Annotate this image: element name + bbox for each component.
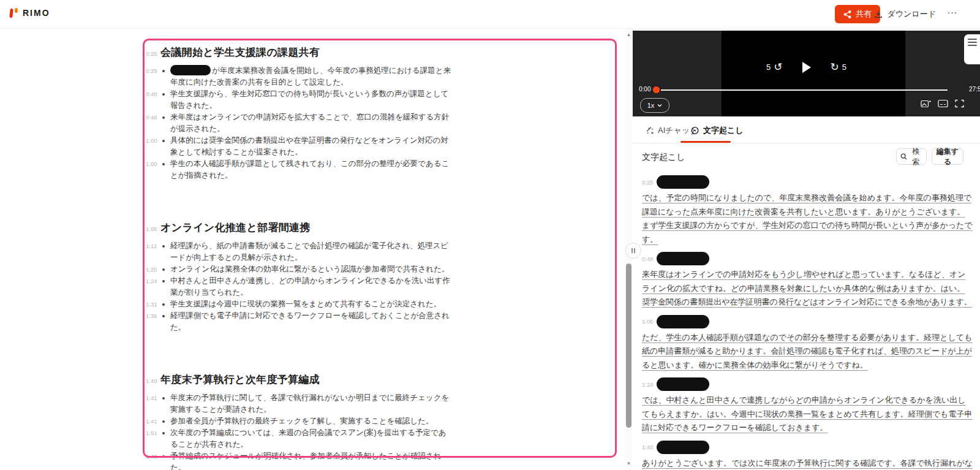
- download-label: ダウンロード: [887, 9, 936, 20]
- bullet-timestamp[interactable]: 1:00: [146, 135, 160, 146]
- bullet-dot-icon: [162, 116, 165, 119]
- minutes-panel-toggle[interactable]: [964, 34, 980, 64]
- bullet-dot-icon: [162, 397, 165, 400]
- bullet-timestamp[interactable]: 1:12: [146, 240, 160, 252]
- bullet-text: 予算編成のスケジュールが明確化され、参加者全員が承知したことが確認された。: [170, 450, 453, 470]
- transcript-text[interactable]: ありがとうございます。では次に年度末の予算執行に関する確認です。各課で執行漏れが…: [642, 457, 973, 470]
- section-heading-row: 1:06オンライン化推進と部署間連携: [146, 221, 611, 235]
- more-menu-button[interactable]: …: [943, 4, 962, 17]
- redacted-speaker-name: [657, 175, 709, 189]
- bullet-dot-icon: [162, 432, 165, 434]
- summary-bullet: 0:48来年度はオンラインでの申請対応を拡大することで、窓口の混雑を緩和する方針…: [146, 112, 611, 135]
- transcript-timestamp[interactable]: 0:48: [642, 256, 654, 262]
- bullet-timestamp[interactable]: 0:29: [146, 65, 160, 77]
- fullscreen-button[interactable]: [955, 99, 964, 108]
- bullet-timestamp[interactable]: 1:24: [146, 275, 160, 287]
- transcript-timestamp[interactable]: 1:06: [642, 318, 654, 325]
- bullet-timestamp[interactable]: 0:40: [146, 88, 160, 100]
- bullet-timestamp[interactable]: 0:48: [146, 112, 160, 123]
- transcript-edit-button[interactable]: 編集する: [932, 148, 963, 165]
- bullet-timestamp[interactable]: 1:41: [146, 415, 160, 427]
- transcript-search-button[interactable]: 検索: [896, 148, 927, 165]
- bullet-timestamp[interactable]: 1:51: [146, 427, 160, 439]
- transcript-header: 文字起こし 検索 編集する: [633, 148, 980, 167]
- transcript-text[interactable]: ただ、学生の本人確認手順が課題なのでその部分を整理する必要があります。経理として…: [642, 331, 973, 373]
- transcript-entry-header: 1:40: [642, 441, 976, 454]
- right-panel: 5↺ ↻5 0:00 27:5 1x: [633, 28, 980, 470]
- bullet-dot-icon: [162, 420, 165, 423]
- transcript-text[interactable]: では、中村さんと田中さんで連携しながらどの申請からオンライン化できるかを洗い出し…: [642, 393, 973, 435]
- bullet-dot-icon: [162, 93, 165, 96]
- progress-handle[interactable]: [653, 86, 660, 93]
- active-tab-underline: [680, 141, 731, 143]
- video-player[interactable]: 5↺ ↻5 0:00 27:5 1x: [633, 31, 980, 116]
- summary-section: 0:25会議開始と学生支援課の課題共有0:29が年度末業務改善会議を開始し、今年…: [146, 45, 611, 181]
- bullet-timestamp[interactable]: 1:31: [146, 298, 160, 310]
- bullet-timestamp[interactable]: 1:49: [146, 450, 160, 462]
- bullet-dot-icon: [162, 303, 165, 306]
- bullet-dot-icon: [162, 245, 165, 248]
- transcript-timestamp[interactable]: 0:25: [642, 179, 654, 186]
- share-icon: [843, 10, 851, 18]
- section-timestamp[interactable]: 0:25: [146, 45, 160, 59]
- summary-bullet: 1:41参加者全員が予算執行の最終チェックを了解し、実施することを確認した。: [146, 415, 611, 427]
- bullet-dot-icon: [162, 140, 165, 142]
- bullet-text: 来年度はオンラインでの申請対応を拡大することで、窓口の混雑を緩和する方針が提示さ…: [170, 112, 453, 135]
- edit-label: 編集する: [936, 146, 959, 167]
- redacted-speaker-name: [657, 377, 709, 391]
- scroll-down-icon[interactable]: ▼: [625, 461, 633, 466]
- download-button[interactable]: ダウンロード: [870, 5, 940, 23]
- subtitle-button[interactable]: [938, 99, 948, 108]
- frame-capture-button[interactable]: [921, 99, 931, 108]
- summary-bullet: 1:24中村さんと田中さんが連携し、どの申請からオンライン化できるかを洗い出す作…: [146, 275, 611, 298]
- forward-seconds-label: 5: [842, 63, 846, 72]
- scroll-up-icon[interactable]: ▲: [625, 32, 633, 37]
- summary-panel[interactable]: 0:25会議開始と学生支援課の課題共有0:29が年度末業務改善会議を開始し、今年…: [0, 28, 624, 470]
- ai-chat-icon: [646, 126, 654, 135]
- redacted-speaker-name: [657, 441, 709, 454]
- bullet-timestamp[interactable]: 1:36: [146, 310, 160, 322]
- rimo-logo: RIMO: [9, 7, 50, 18]
- rewind-5-button[interactable]: 5↺: [763, 61, 786, 73]
- bullet-text: 中村さんと田中さんが連携し、どの申請からオンライン化できるかを洗い出す作業が割り…: [170, 275, 453, 298]
- transcript-timestamp[interactable]: 1:24: [642, 381, 654, 388]
- fullscreen-icon: [955, 99, 964, 108]
- transcript-text[interactable]: では、予定の時間になりましたので、年度末業務改善会議を始めます。今年度の事務処理…: [642, 191, 973, 246]
- summary-bullet: 1:31学生支援課は今週中に現状の業務一覧をまとめて共有することが決定された。: [146, 298, 611, 310]
- summary-section: 1:06オンライン化推進と部署間連携1:12経理課から、紙の申請書類が減ることで…: [146, 221, 611, 333]
- frame-capture-icon: [921, 99, 931, 108]
- transcript-text[interactable]: 来年度はオンラインでの申請対応をもう少し増やせればと思っています。なるほど、オン…: [642, 268, 973, 309]
- rewind-seconds-label: 5: [766, 63, 771, 72]
- section-heading-row: 1:40年度末予算執行と次年度予算編成: [146, 373, 611, 387]
- bullet-text: 学生支援課から、学生対応窓口での待ち時間が長いという多数の声が課題として報告され…: [170, 88, 453, 112]
- transcript-entry: 1:24では、中村さんと田中さんで連携しながらどの申請からオンライン化できるかを…: [642, 377, 976, 435]
- transcript-timestamp[interactable]: 1:40: [642, 444, 654, 450]
- rimo-logo-icon: [9, 7, 18, 18]
- bullet-dot-icon: [162, 70, 165, 72]
- transcript-entry: 1:06ただ、学生の本人確認手順が課題なのでその部分を整理する必要があります。経…: [642, 315, 976, 373]
- bullet-text: 学生支援課は今週中に現状の業務一覧をまとめて共有することが決定された。: [170, 298, 453, 310]
- summary-section: 1:40年度末予算執行と次年度予算編成1:41年度末の予算執行に関して、各課で執…: [146, 373, 611, 470]
- scrollbar-thumb[interactable]: [626, 263, 631, 428]
- section-timestamp[interactable]: 1:06: [146, 221, 160, 235]
- forward-5-button[interactable]: ↻5: [827, 61, 850, 73]
- bullet-text: オンライン化は業務全体の効率化に繋がるという認識が参加者間で共有された。: [170, 263, 453, 275]
- more-icon: …: [947, 4, 958, 16]
- progress-track[interactable]: [661, 89, 948, 91]
- bullet-dot-icon: [162, 280, 165, 282]
- section-timestamp[interactable]: 1:40: [146, 373, 160, 387]
- transcript-entry: 0:48来年度はオンラインでの申請対応をもう少し増やせればと思っています。なるほ…: [642, 252, 976, 309]
- rimo-logo-text: RIMO: [23, 8, 50, 18]
- tab-transcription[interactable]: 文字起こし: [687, 124, 747, 137]
- bullet-timestamp[interactable]: 1:41: [146, 392, 160, 404]
- current-time: 0:00: [639, 86, 650, 93]
- play-button[interactable]: [802, 62, 811, 73]
- pause-autoscroll-button[interactable]: [625, 243, 641, 259]
- subtitle-icon: [938, 99, 948, 108]
- bullet-text: 次年度の予算編成については、来週の合同会議でスアン(案)を提出する予定であること…: [170, 427, 453, 450]
- rewind-icon: ↺: [774, 62, 782, 72]
- bullet-timestamp[interactable]: 1:00: [146, 158, 160, 170]
- pause-icon: [631, 248, 635, 253]
- summary-content: 0:25会議開始と学生支援課の課題共有0:29が年度末業務改善会議を開始し、今年…: [146, 39, 611, 470]
- bullet-timestamp[interactable]: 1:20: [146, 263, 160, 275]
